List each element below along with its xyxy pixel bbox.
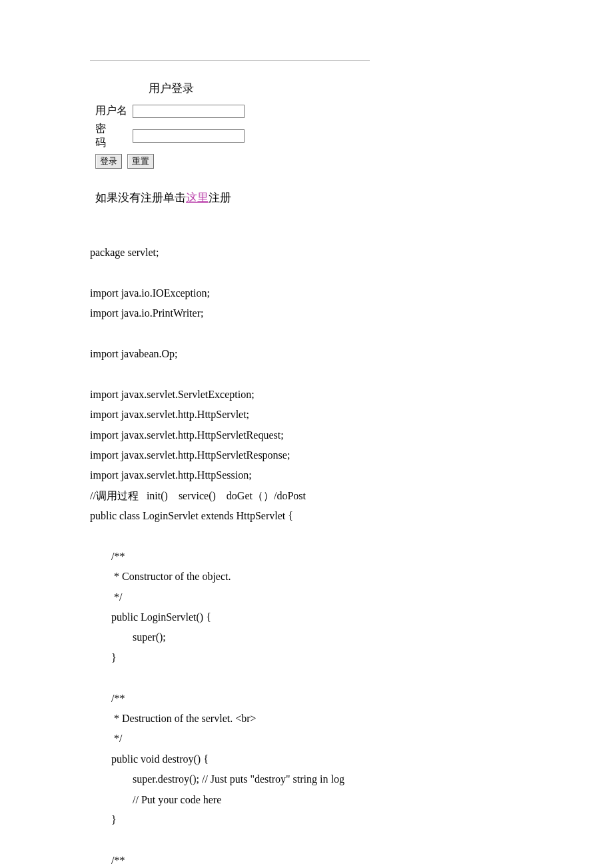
divider-line: [90, 60, 370, 61]
register-prefix: 如果没有注册单击: [95, 191, 186, 204]
code-line: /**: [90, 551, 125, 562]
code-line: //调用过程 init() service() doGet（）/doPost: [90, 490, 306, 501]
code-line: super();: [90, 631, 166, 643]
document-page: 用户登录 用户名 密 码 登录 重置 如果没有注册单击这里注册 package …: [0, 0, 613, 868]
code-line: import javax.servlet.http.HttpServlet;: [90, 409, 249, 420]
code-line: public void destroy() {: [90, 753, 209, 765]
code-line: import javabean.Op;: [90, 348, 178, 359]
code-line: import javax.servlet.http.HttpServletRes…: [90, 449, 290, 461]
code-line: import javax.servlet.http.HttpServletReq…: [90, 429, 284, 441]
code-line: * Constructor of the object.: [90, 571, 231, 582]
code-line: }: [90, 652, 117, 663]
code-line: import java.io.IOException;: [90, 287, 210, 299]
login-form: 用户登录 用户名 密 码 登录 重置 如果没有注册单击这里注册: [95, 81, 523, 205]
code-line: */: [90, 733, 122, 744]
register-link[interactable]: 这里: [186, 191, 209, 204]
code-line: // Put your code here: [90, 794, 221, 805]
username-row: 用户名: [95, 104, 523, 118]
code-line: public class LoginServlet extends HttpSe…: [90, 510, 293, 521]
register-line: 如果没有注册单击这里注册: [95, 190, 523, 205]
password-input[interactable]: [133, 129, 245, 143]
code-line: /**: [90, 693, 125, 704]
code-line: }: [90, 814, 117, 825]
password-row: 密 码: [95, 122, 523, 150]
button-row: 登录 重置: [95, 154, 523, 169]
code-line: */: [90, 591, 122, 603]
register-suffix: 注册: [209, 191, 231, 204]
code-block: package servlet; import java.io.IOExcept…: [90, 243, 523, 868]
login-title: 用户登录: [149, 81, 523, 96]
code-line: public LoginServlet() {: [90, 611, 211, 623]
code-line: import javax.servlet.http.HttpSession;: [90, 469, 252, 481]
password-label: 密 码: [95, 122, 133, 150]
code-line: package servlet;: [90, 247, 159, 258]
username-label: 用户名: [95, 104, 133, 118]
username-input[interactable]: [133, 105, 245, 118]
code-line: * Destruction of the servlet. <br>: [90, 713, 257, 724]
code-line: /**: [90, 855, 125, 866]
code-line: import java.io.PrintWriter;: [90, 307, 203, 319]
reset-button[interactable]: 重置: [127, 154, 154, 169]
code-line: super.destroy(); // Just puts "destroy" …: [90, 773, 344, 785]
login-button[interactable]: 登录: [95, 154, 122, 169]
code-line: import javax.servlet.ServletException;: [90, 389, 255, 400]
